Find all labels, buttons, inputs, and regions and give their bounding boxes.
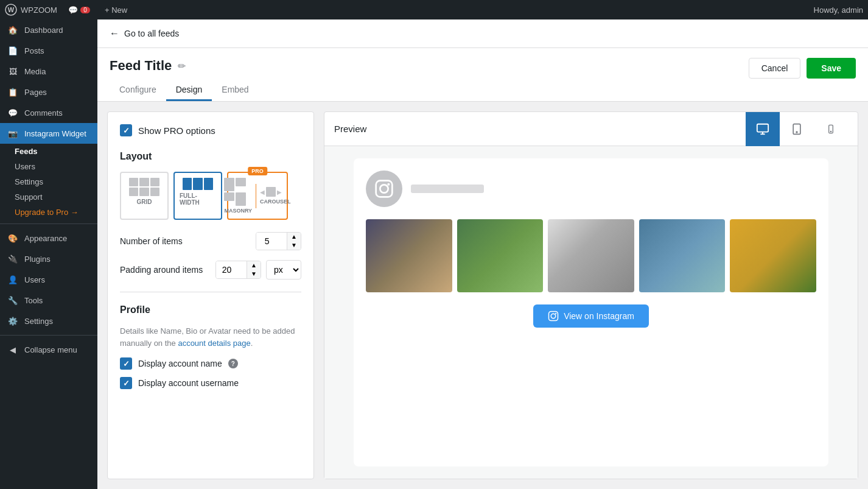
svg-rect-12 bbox=[549, 312, 558, 321]
sidebar-item-posts[interactable]: 📄 Posts bbox=[0, 40, 97, 61]
sidebar-item-tools[interactable]: 🔧 Tools bbox=[0, 290, 97, 311]
padding-label: Padding around items bbox=[120, 265, 203, 275]
ig-photos bbox=[366, 219, 816, 292]
masonry-label: MASONRY bbox=[224, 208, 252, 214]
desktop-icon bbox=[756, 122, 769, 136]
padding-input[interactable] bbox=[216, 261, 247, 278]
sidebar-item-dashboard[interactable]: 🏠 Dashboard bbox=[0, 19, 97, 40]
sidebar-item-users[interactable]: 👤 Users bbox=[0, 269, 97, 290]
layout-grid[interactable]: GRID bbox=[120, 172, 169, 220]
carousel-label: CAROUSEL bbox=[260, 199, 291, 205]
settings-icon: ⚙️ bbox=[7, 315, 18, 326]
fullwidth-preview bbox=[183, 178, 213, 190]
svg-rect-9 bbox=[376, 181, 393, 197]
layout-options: GRID FULL-WIDTH PRO bbox=[120, 172, 301, 220]
sidebar-label-users: Users bbox=[24, 275, 45, 284]
pro-divider bbox=[256, 184, 256, 208]
sidebar-item-comments[interactable]: 💬 Comments bbox=[0, 102, 97, 123]
masonry-preview: MASONRY bbox=[224, 178, 252, 214]
sidebar-item-appearance[interactable]: 🎨 Appearance bbox=[0, 228, 97, 248]
ig-photo-3 bbox=[548, 219, 634, 292]
ig-photo-4 bbox=[639, 219, 726, 292]
main-content: ← Go to all feeds Feed Title ✏ Configure… bbox=[97, 19, 868, 489]
carousel-arrow-left: ◀ bbox=[260, 189, 265, 195]
svg-point-6 bbox=[796, 132, 797, 133]
sidebar-label-users-sub: Users bbox=[15, 162, 35, 171]
carousel-arrow-right: ▶ bbox=[277, 189, 282, 195]
num-items-input[interactable] bbox=[256, 233, 287, 250]
device-desktop-button[interactable] bbox=[746, 112, 780, 146]
sidebar-item-plugins[interactable]: 🔌 Plugins bbox=[0, 248, 97, 269]
instagram-logo-icon bbox=[374, 179, 394, 199]
sidebar-label-instagram-widget: Instagram Widget bbox=[24, 129, 86, 138]
sidebar-item-pages[interactable]: 📋 Pages bbox=[0, 82, 97, 102]
layout-full-width[interactable]: FULL-WIDTH bbox=[173, 172, 222, 220]
sidebar-item-support-sub[interactable]: Support bbox=[7, 189, 97, 205]
device-tablet-button[interactable] bbox=[780, 112, 814, 146]
tab-embed[interactable]: Embed bbox=[212, 80, 258, 101]
fw-cell-3 bbox=[204, 178, 213, 190]
view-instagram-wrap: View on Instagram bbox=[366, 304, 816, 328]
tab-design[interactable]: Design bbox=[166, 80, 212, 101]
sidebar-label-comments: Comments bbox=[24, 108, 63, 118]
display-username-row: Display account username bbox=[120, 377, 301, 389]
feed-title-row: Feed Title ✏ bbox=[110, 58, 259, 74]
sidebar-item-settings-sub[interactable]: Settings bbox=[7, 174, 97, 189]
instagram-submenu: Feeds Users Settings Support Upgrade to … bbox=[0, 144, 97, 220]
svg-point-8 bbox=[830, 131, 831, 132]
sidebar: 🏠 Dashboard 📄 Posts 🖼 Media 📋 Pages 💬 Co… bbox=[0, 19, 97, 489]
save-button[interactable]: Save bbox=[807, 58, 856, 79]
wp-logo[interactable]: W WPZOOM bbox=[5, 4, 57, 16]
grid-cell-3 bbox=[150, 178, 159, 186]
sidebar-item-feeds[interactable]: Feeds bbox=[7, 144, 97, 159]
instagram-button-icon bbox=[548, 311, 559, 322]
cancel-button[interactable]: Cancel bbox=[749, 58, 801, 79]
display-username-checkbox[interactable] bbox=[120, 377, 132, 389]
admin-bar-right: Howdy, admin bbox=[814, 5, 863, 15]
padding-down[interactable]: ▼ bbox=[247, 270, 261, 278]
masonry-tall-1 bbox=[224, 178, 234, 191]
comments-bar-item[interactable]: 💬 0 bbox=[65, 5, 94, 15]
num-items-up[interactable]: ▲ bbox=[287, 233, 301, 241]
display-name-row: Display account name ? bbox=[120, 357, 301, 370]
display-name-help-icon[interactable]: ? bbox=[228, 359, 238, 368]
content-area: Show PRO options Layout GRID bbox=[97, 102, 868, 489]
num-items-down[interactable]: ▼ bbox=[287, 241, 301, 250]
account-details-link[interactable]: account details page bbox=[178, 339, 250, 348]
padding-input-wrap: ▲ ▼ bbox=[215, 261, 261, 279]
instagram-preview: View on Instagram bbox=[354, 158, 828, 466]
feed-header-left: Feed Title ✏ Configure Design Embed bbox=[110, 58, 259, 101]
display-name-label: Display account name bbox=[138, 359, 222, 368]
feed-header-right: Cancel Save bbox=[749, 58, 856, 88]
new-bar-item[interactable]: + New bbox=[101, 5, 131, 15]
svg-rect-2 bbox=[757, 124, 768, 132]
sidebar-label-feeds: Feeds bbox=[15, 147, 38, 156]
padding-up[interactable]: ▲ bbox=[247, 261, 261, 270]
show-pro-checkbox[interactable] bbox=[120, 124, 132, 136]
num-items-input-wrap: ▲ ▼ bbox=[256, 232, 301, 250]
admin-bar-left: W WPZOOM 💬 0 + New bbox=[5, 4, 131, 16]
show-pro-options-row: Show PRO options bbox=[120, 124, 301, 136]
padding-unit-select[interactable]: px em % bbox=[266, 260, 301, 280]
view-on-instagram-button[interactable]: View on Instagram bbox=[533, 304, 649, 328]
back-to-feeds-link[interactable]: ← Go to all feeds bbox=[110, 28, 179, 39]
grid-cell-1 bbox=[129, 178, 138, 186]
sidebar-item-users-sub[interactable]: Users bbox=[7, 159, 97, 174]
sidebar-item-collapse[interactable]: ◀ Collapse menu bbox=[0, 339, 97, 360]
sidebar-item-settings[interactable]: ⚙️ Settings bbox=[0, 311, 97, 331]
edit-title-button[interactable]: ✏ bbox=[178, 60, 186, 72]
pro-badge: PRO bbox=[248, 167, 267, 175]
sidebar-label-pages: Pages bbox=[24, 88, 47, 97]
sidebar-item-upgrade[interactable]: Upgrade to Pro → bbox=[7, 205, 97, 220]
tab-configure[interactable]: Configure bbox=[110, 80, 166, 101]
sidebar-item-instagram-widget[interactable]: 📷 Instagram Widget bbox=[0, 123, 97, 144]
device-mobile-button[interactable] bbox=[814, 112, 848, 146]
padding-inputs: ▲ ▼ px em % bbox=[215, 260, 301, 280]
layout-section-title: Layout bbox=[120, 151, 301, 162]
dashboard-icon: 🏠 bbox=[7, 24, 18, 35]
carousel-img bbox=[266, 187, 276, 197]
display-name-checkbox[interactable] bbox=[120, 357, 132, 370]
layout-masonry-carousel[interactable]: PRO MASONRY bbox=[227, 172, 288, 220]
sidebar-divider-1 bbox=[0, 223, 97, 224]
sidebar-item-media[interactable]: 🖼 Media bbox=[0, 61, 97, 82]
